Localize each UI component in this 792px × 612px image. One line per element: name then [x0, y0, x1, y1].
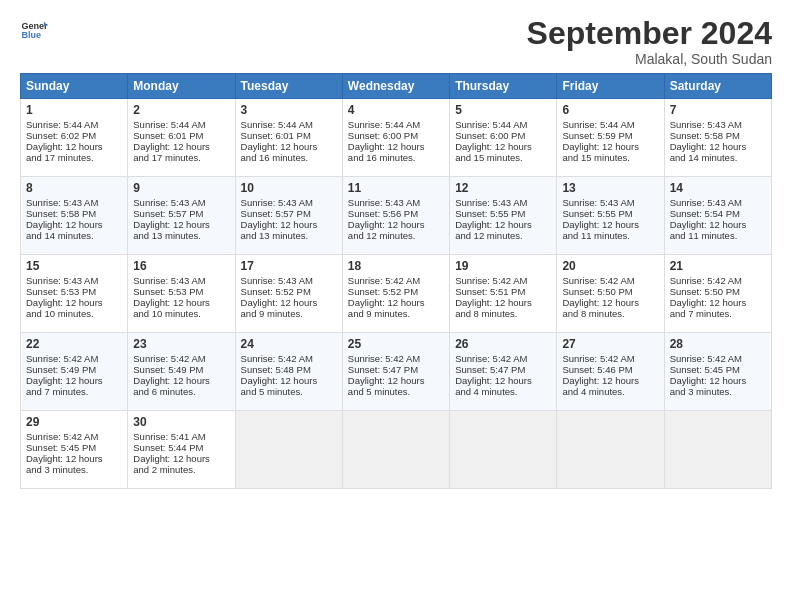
day-number: 17 — [241, 259, 337, 273]
day-number: 26 — [455, 337, 551, 351]
cell-line: Sunset: 5:45 PM — [26, 442, 122, 453]
day-number: 2 — [133, 103, 229, 117]
cell-line: Sunset: 5:59 PM — [562, 130, 658, 141]
location-title: Malakal, South Sudan — [527, 51, 772, 67]
cell-line: and 7 minutes. — [670, 308, 766, 319]
cell-line: Daylight: 12 hours — [562, 375, 658, 386]
cell-line: Daylight: 12 hours — [455, 219, 551, 230]
cell-line: Sunset: 5:52 PM — [241, 286, 337, 297]
cell-line: Daylight: 12 hours — [133, 453, 229, 464]
calendar-cell: 2Sunrise: 5:44 AMSunset: 6:01 PMDaylight… — [128, 99, 235, 177]
cell-line: Daylight: 12 hours — [562, 297, 658, 308]
day-number: 4 — [348, 103, 444, 117]
cell-line: Daylight: 12 hours — [562, 219, 658, 230]
cell-line: Sunrise: 5:44 AM — [133, 119, 229, 130]
day-number: 30 — [133, 415, 229, 429]
cell-line: Sunset: 5:58 PM — [26, 208, 122, 219]
day-number: 19 — [455, 259, 551, 273]
calendar-cell: 22Sunrise: 5:42 AMSunset: 5:49 PMDayligh… — [21, 333, 128, 411]
cell-line: Sunset: 5:51 PM — [455, 286, 551, 297]
calendar-cell: 11Sunrise: 5:43 AMSunset: 5:56 PMDayligh… — [342, 177, 449, 255]
cell-line: Daylight: 12 hours — [133, 375, 229, 386]
calendar-cell: 29Sunrise: 5:42 AMSunset: 5:45 PMDayligh… — [21, 411, 128, 489]
cell-line: Sunset: 5:58 PM — [670, 130, 766, 141]
cell-line: Sunrise: 5:42 AM — [348, 353, 444, 364]
cell-line: and 4 minutes. — [562, 386, 658, 397]
cell-line: Sunrise: 5:42 AM — [241, 353, 337, 364]
calendar-cell: 27Sunrise: 5:42 AMSunset: 5:46 PMDayligh… — [557, 333, 664, 411]
calendar-cell: 3Sunrise: 5:44 AMSunset: 6:01 PMDaylight… — [235, 99, 342, 177]
cell-line: Daylight: 12 hours — [26, 141, 122, 152]
cell-line: Sunset: 6:01 PM — [241, 130, 337, 141]
cell-line: Daylight: 12 hours — [241, 375, 337, 386]
calendar-cell: 8Sunrise: 5:43 AMSunset: 5:58 PMDaylight… — [21, 177, 128, 255]
week-row-4: 22Sunrise: 5:42 AMSunset: 5:49 PMDayligh… — [21, 333, 772, 411]
calendar-header-row: SundayMondayTuesdayWednesdayThursdayFrid… — [21, 74, 772, 99]
day-number: 7 — [670, 103, 766, 117]
calendar-cell: 20Sunrise: 5:42 AMSunset: 5:50 PMDayligh… — [557, 255, 664, 333]
cell-line: Daylight: 12 hours — [455, 375, 551, 386]
cell-line: Sunrise: 5:44 AM — [241, 119, 337, 130]
cell-line: and 7 minutes. — [26, 386, 122, 397]
header: General Blue September 2024 Malakal, Sou… — [20, 16, 772, 67]
cell-line: and 15 minutes. — [562, 152, 658, 163]
calendar-cell — [664, 411, 771, 489]
cell-line: Sunrise: 5:43 AM — [670, 197, 766, 208]
calendar-cell — [450, 411, 557, 489]
cell-line: Sunrise: 5:42 AM — [670, 353, 766, 364]
cell-line: Daylight: 12 hours — [241, 141, 337, 152]
cell-line: Sunrise: 5:44 AM — [455, 119, 551, 130]
cell-line: Daylight: 12 hours — [241, 297, 337, 308]
cell-line: Sunrise: 5:44 AM — [348, 119, 444, 130]
calendar-cell: 6Sunrise: 5:44 AMSunset: 5:59 PMDaylight… — [557, 99, 664, 177]
cell-line: Sunrise: 5:43 AM — [241, 197, 337, 208]
cell-line: and 13 minutes. — [133, 230, 229, 241]
cell-line: Sunset: 5:48 PM — [241, 364, 337, 375]
cell-line: Sunset: 5:50 PM — [562, 286, 658, 297]
day-number: 18 — [348, 259, 444, 273]
calendar-cell: 5Sunrise: 5:44 AMSunset: 6:00 PMDaylight… — [450, 99, 557, 177]
day-number: 25 — [348, 337, 444, 351]
day-number: 6 — [562, 103, 658, 117]
cell-line: and 3 minutes. — [26, 464, 122, 475]
cell-line: Sunset: 5:47 PM — [348, 364, 444, 375]
cell-line: Daylight: 12 hours — [133, 297, 229, 308]
title-block: September 2024 Malakal, South Sudan — [527, 16, 772, 67]
page-container: General Blue September 2024 Malakal, Sou… — [0, 0, 792, 499]
cell-line: and 3 minutes. — [670, 386, 766, 397]
calendar-cell: 23Sunrise: 5:42 AMSunset: 5:49 PMDayligh… — [128, 333, 235, 411]
calendar-table: SundayMondayTuesdayWednesdayThursdayFrid… — [20, 73, 772, 489]
cell-line: Sunset: 6:02 PM — [26, 130, 122, 141]
col-header-tuesday: Tuesday — [235, 74, 342, 99]
cell-line: Sunrise: 5:42 AM — [26, 353, 122, 364]
calendar-cell: 19Sunrise: 5:42 AMSunset: 5:51 PMDayligh… — [450, 255, 557, 333]
calendar-cell: 13Sunrise: 5:43 AMSunset: 5:55 PMDayligh… — [557, 177, 664, 255]
cell-line: Sunrise: 5:43 AM — [133, 197, 229, 208]
day-number: 28 — [670, 337, 766, 351]
cell-line: Sunrise: 5:44 AM — [562, 119, 658, 130]
day-number: 29 — [26, 415, 122, 429]
cell-line: Sunset: 5:53 PM — [26, 286, 122, 297]
cell-line: Sunset: 5:46 PM — [562, 364, 658, 375]
day-number: 24 — [241, 337, 337, 351]
cell-line: Sunrise: 5:42 AM — [133, 353, 229, 364]
cell-line: Daylight: 12 hours — [562, 141, 658, 152]
cell-line: and 17 minutes. — [133, 152, 229, 163]
cell-line: Sunset: 5:44 PM — [133, 442, 229, 453]
day-number: 16 — [133, 259, 229, 273]
cell-line: Sunset: 5:50 PM — [670, 286, 766, 297]
cell-line: Sunrise: 5:42 AM — [455, 353, 551, 364]
calendar-cell: 30Sunrise: 5:41 AMSunset: 5:44 PMDayligh… — [128, 411, 235, 489]
cell-line: Sunset: 5:57 PM — [241, 208, 337, 219]
cell-line: Sunrise: 5:42 AM — [348, 275, 444, 286]
col-header-sunday: Sunday — [21, 74, 128, 99]
week-row-2: 8Sunrise: 5:43 AMSunset: 5:58 PMDaylight… — [21, 177, 772, 255]
cell-line: Sunrise: 5:42 AM — [562, 275, 658, 286]
cell-line: Daylight: 12 hours — [455, 141, 551, 152]
col-header-friday: Friday — [557, 74, 664, 99]
calendar-cell: 26Sunrise: 5:42 AMSunset: 5:47 PMDayligh… — [450, 333, 557, 411]
calendar-cell: 28Sunrise: 5:42 AMSunset: 5:45 PMDayligh… — [664, 333, 771, 411]
day-number: 1 — [26, 103, 122, 117]
cell-line: Daylight: 12 hours — [348, 141, 444, 152]
cell-line: and 2 minutes. — [133, 464, 229, 475]
